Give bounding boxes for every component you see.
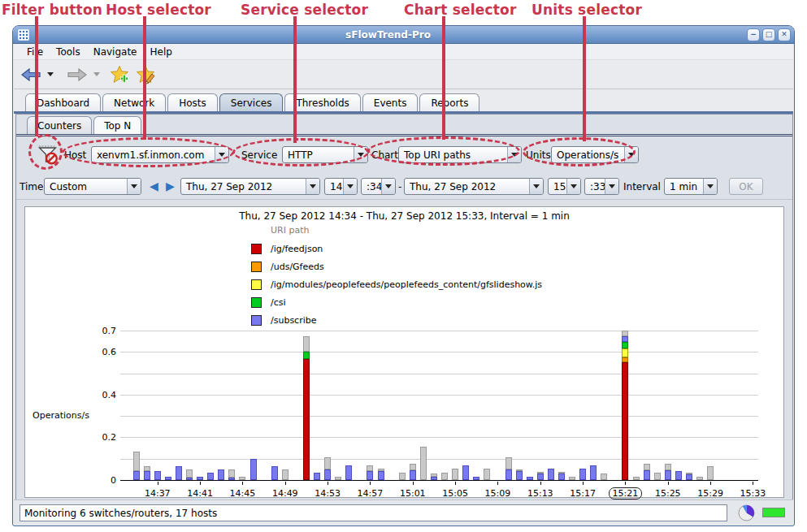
gridline	[120, 395, 758, 396]
add-bookmark-button[interactable]	[110, 65, 129, 84]
bar-segment-15:03	[431, 477, 437, 480]
back-button[interactable]	[20, 67, 41, 83]
screenshot-root: Filter button Host selector Service sele…	[0, 0, 807, 532]
chevron-down-icon	[47, 72, 54, 76]
bar-segment-15:21	[622, 342, 628, 348]
annotation-filter-button: Filter button	[2, 2, 102, 18]
x-tick-label: 14:45	[219, 488, 265, 499]
tab-events[interactable]: Events	[362, 93, 419, 111]
app-icon	[18, 29, 29, 41]
bar-segment-15:22	[633, 477, 640, 480]
bar-segment-14:40	[186, 478, 193, 480]
title-bar[interactable]: sFlowTrend-Pro − □ ✕	[13, 26, 794, 44]
start-minute-selector[interactable]: :34	[361, 178, 396, 195]
x-tick-label: 15:05	[432, 488, 478, 499]
chevron-down-icon	[605, 179, 618, 194]
toolbar	[14, 60, 793, 89]
interval-label: Interval	[623, 181, 661, 192]
bar-segment-15:13	[537, 472, 544, 474]
y-tick-label: 0.7	[92, 326, 116, 336]
interval-selector[interactable]: 1 min	[664, 178, 718, 195]
forward-history-dropdown[interactable]	[91, 72, 100, 76]
chevron-down-icon	[566, 179, 580, 194]
bar-segment-15:17	[579, 469, 586, 480]
annotation-line	[293, 16, 297, 143]
app-window: sFlowTrend-Pro − □ ✕ FileToolsNavigateHe…	[12, 25, 795, 526]
menu-item-tools[interactable]: Tools	[51, 45, 85, 59]
bar-segment-15:26	[675, 471, 682, 480]
bar-segment-14:58	[378, 471, 384, 480]
bar-segment-15:00	[399, 473, 406, 480]
chevron-down-icon	[703, 179, 717, 194]
time-forward-arrow[interactable]: ▶	[166, 179, 175, 192]
close-button[interactable]: ✕	[778, 28, 791, 41]
menu-item-navigate[interactable]: Navigate	[89, 45, 142, 59]
x-tick-label: 14:57	[347, 488, 393, 499]
x-tick-label: 14:49	[262, 488, 308, 499]
bar-segment-14:51	[303, 336, 310, 353]
bar-segment-14:36	[144, 471, 150, 480]
y-tick-label: 0.4	[92, 390, 116, 400]
back-history-dropdown[interactable]	[45, 72, 54, 76]
y-tick-label: 0.2	[92, 432, 116, 443]
bar-segment-15:21	[622, 331, 628, 336]
maximize-button[interactable]: □	[762, 28, 775, 41]
annotation-units-selector: Units selector	[531, 2, 642, 18]
menu-item-help[interactable]: Help	[145, 45, 176, 59]
bar-segment-15:18	[590, 465, 597, 480]
bar-segment-15:02	[420, 447, 427, 480]
x-axis-line	[120, 480, 758, 481]
start-hour-selector[interactable]: 14	[324, 178, 358, 195]
annotation-ellipse-service	[232, 138, 369, 167]
y-axis-label: Operations/s	[33, 410, 89, 421]
time-label: Time	[20, 181, 43, 192]
tab-hosts[interactable]: Hosts	[167, 93, 218, 111]
chevron-down-icon	[93, 72, 100, 76]
x-tick	[200, 482, 201, 485]
x-tick-label: 15:21	[602, 488, 648, 499]
subtab-top-n[interactable]: Top N	[93, 116, 141, 134]
chevron-down-icon	[529, 179, 543, 194]
bar-segment-15:08	[484, 469, 490, 480]
status-field[interactable]	[20, 504, 727, 521]
minimize-button[interactable]: −	[747, 28, 760, 41]
annotation-line	[442, 16, 445, 140]
date-range-dash: -	[398, 181, 401, 192]
star-add-icon	[110, 65, 129, 84]
forward-button[interactable]	[67, 67, 88, 83]
x-tick	[455, 482, 456, 485]
bar-segment-14:41	[197, 477, 203, 480]
chevron-down-icon	[381, 179, 395, 194]
chevron-down-icon	[127, 179, 141, 194]
x-tick-label: 15:09	[475, 488, 520, 499]
tab-network[interactable]: Network	[102, 93, 166, 111]
x-tick-label: 15:25	[645, 488, 691, 499]
ok-button[interactable]: OK	[729, 178, 763, 195]
bar-segment-14:38	[165, 477, 171, 480]
main-tab-bar: DashboardNetworkHostsServicesThresholdsE…	[14, 93, 793, 111]
bar-segment-14:42	[207, 473, 214, 480]
bar-segment-15:21	[622, 362, 628, 480]
end-minute-selector[interactable]: :33	[584, 178, 619, 195]
plot-area: 14:3714:4114:4514:4914:5314:5715:0115:05…	[120, 207, 758, 481]
bar-segment-14:53	[324, 469, 331, 480]
end-hour-selector[interactable]: 15	[548, 178, 581, 195]
end-date-selector[interactable]: Thu, 27 Sep 2012	[404, 178, 544, 195]
bar-segment-15:15	[558, 472, 565, 474]
time-row: Time Custom ◀ ▶ Thu, 27 Sep 2012 14 :34	[16, 175, 792, 200]
tab-services[interactable]: Services	[219, 93, 284, 111]
bar-segment-15:01	[410, 464, 416, 470]
bar-segment-15:21	[622, 348, 628, 357]
forward-arrow-icon	[67, 67, 88, 83]
time-mode-selector[interactable]: Custom	[44, 178, 141, 195]
sub-tab-bar: CountersTop N	[16, 116, 792, 136]
bar-segment-14:57	[367, 471, 373, 480]
tab-reports[interactable]: Reports	[419, 93, 479, 111]
bar-segment-15:15	[558, 474, 565, 480]
time-back-arrow[interactable]: ◀	[150, 179, 158, 192]
bar-segment-15:24	[654, 473, 661, 480]
x-tick	[583, 482, 584, 485]
bar-segment-14:43	[218, 469, 224, 480]
start-date-selector[interactable]: Thu, 27 Sep 2012	[180, 178, 320, 195]
bar-segment-14:51	[303, 359, 310, 480]
